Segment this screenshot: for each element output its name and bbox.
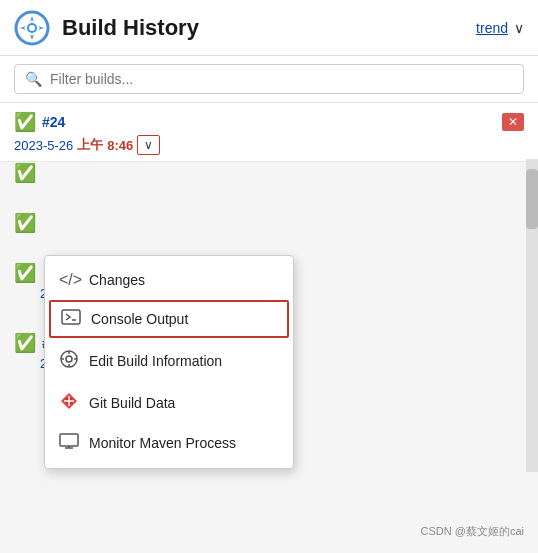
scrollbar-track [526, 159, 538, 472]
console-output-label: Console Output [91, 311, 188, 327]
search-bar: 🔍 [0, 56, 538, 103]
build-24-link[interactable]: #24 [42, 114, 65, 130]
edit-build-info-label: Edit Build Information [89, 353, 222, 369]
search-icon: 🔍 [25, 71, 42, 87]
page-title: Build History [62, 15, 476, 41]
changes-icon: </> [59, 271, 79, 289]
build-24-dropdown-button[interactable]: ∨ [137, 135, 160, 155]
scrollbar-thumb[interactable] [526, 169, 538, 229]
build-24-number-group: ✅ #24 [14, 111, 65, 133]
build-24-delete-button[interactable]: ✕ [502, 113, 524, 131]
build-24-header-row: ✅ #24 ✕ [14, 111, 524, 133]
build-20-status-icon: ✅ [14, 332, 36, 354]
build-23b-status-icon: ✅ [14, 212, 36, 234]
dropdown-item-changes[interactable]: </> Changes [45, 262, 293, 298]
build-23a-row: ✅ [14, 162, 36, 184]
console-output-icon [61, 309, 81, 329]
search-input[interactable] [50, 71, 513, 87]
dropdown-menu: </> Changes Console Output [44, 255, 294, 469]
dropdown-item-console-output[interactable]: Console Output [49, 300, 289, 338]
git-build-data-label: Git Build Data [89, 395, 175, 411]
dropdown-item-git-build-data[interactable]: Git Build Data [45, 382, 293, 424]
build-list: ✅ #24 ✕ 2023-5-26 上午 8:46 ∨ </> Changes [0, 103, 538, 472]
monitor-maven-label: Monitor Maven Process [89, 435, 236, 451]
build-24-date-row: 2023-5-26 上午 8:46 ∨ [14, 135, 524, 155]
build-item-24: ✅ #24 ✕ 2023-5-26 上午 8:46 ∨ [0, 103, 538, 162]
build-24-date[interactable]: 2023-5-26 [14, 138, 73, 153]
watermark: CSDN @蔡文姬的cai [421, 524, 524, 539]
build-24-status-icon: ✅ [14, 111, 36, 133]
build-24-time-prefix: 上午 [77, 136, 103, 154]
trend-chevron-icon[interactable]: ∨ [514, 20, 524, 36]
dropdown-item-monitor-maven[interactable]: Monitor Maven Process [45, 424, 293, 462]
trend-link[interactable]: trend [476, 20, 508, 36]
svg-rect-15 [60, 434, 78, 446]
svg-point-6 [66, 356, 72, 362]
svg-point-2 [29, 25, 35, 31]
header: Build History trend ∨ [0, 0, 538, 56]
git-icon [59, 391, 79, 415]
build-23a-status-icon: ✅ [14, 162, 36, 184]
search-input-wrapper: 🔍 [14, 64, 524, 94]
jenkins-logo [14, 10, 50, 46]
dropdown-item-edit-build-info[interactable]: Edit Build Information [45, 340, 293, 382]
build-24-time: 8:46 [107, 138, 133, 153]
build-21-status-icon: ✅ [14, 262, 36, 284]
changes-label: Changes [89, 272, 145, 288]
edit-build-icon [59, 349, 79, 373]
build-23b-row: ✅ [14, 212, 36, 234]
monitor-icon [59, 433, 79, 453]
